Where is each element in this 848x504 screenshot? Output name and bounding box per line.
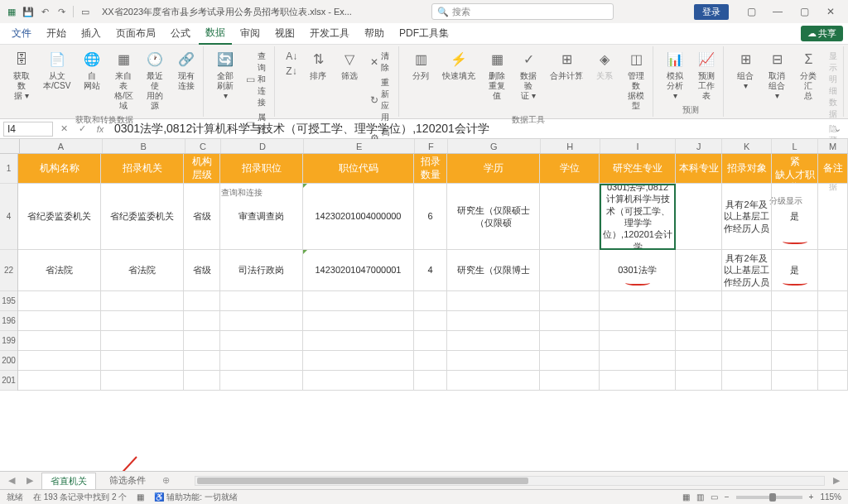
table-cell[interactable] [818,250,848,291]
col-header[interactable]: J [676,139,722,153]
row-header[interactable]: 1 [0,154,17,184]
undo-icon[interactable]: ↶ [38,5,51,18]
filter-button[interactable]: ▽筛选 [336,48,363,83]
data-model-button[interactable]: ◫管理数 据模型 [623,48,649,113]
table-cell[interactable] [184,291,220,311]
table-cell[interactable] [600,351,676,371]
table-header-cell[interactable]: 机构 层级 [184,154,220,184]
table-cell[interactable]: 14230201004000000 [303,184,414,250]
recent-src-button[interactable]: 🕐最近使 用的源 [142,48,168,113]
table-cell[interactable] [540,311,600,331]
table-cell[interactable] [18,311,101,331]
table-header-cell[interactable]: 备注 [818,154,848,184]
col-header[interactable]: H [541,139,600,153]
table-header-cell[interactable]: 本科专业 [676,154,722,184]
scroll-right-icon[interactable]: ▶ [830,475,843,486]
tab-home[interactable]: 开始 [40,23,73,44]
table-cell[interactable]: 具有2年及以上基层工作经历人员 [722,184,772,250]
table-cell[interactable] [676,311,722,331]
table-cell[interactable] [818,184,848,250]
table-cell[interactable] [303,291,414,311]
table-cell[interactable] [414,331,447,351]
col-header[interactable]: E [304,139,415,153]
table-cell[interactable]: 是 [772,184,818,250]
login-button[interactable]: 登录 [694,4,729,20]
table-cell[interactable] [540,250,600,291]
fb-fx-icon[interactable]: fx [93,124,108,134]
refresh-all-button[interactable]: 🔄全部刷新 ▾ [212,48,238,103]
table-cell[interactable] [184,371,220,391]
table-cell[interactable]: 省法院 [18,250,101,291]
tab-view[interactable]: 视图 [268,23,301,44]
row-header[interactable]: 195 [0,291,17,311]
row-header[interactable]: 201 [0,371,17,391]
table-cell[interactable] [101,331,184,351]
get-data-button[interactable]: 🗄获取数 据 ▾ [8,48,35,103]
save-icon[interactable]: 💾 [22,5,35,18]
table-header-cell[interactable]: 职位代码 [303,154,414,184]
sort-desc-button[interactable]: Z↓ [283,65,300,78]
col-header[interactable]: D [221,139,304,153]
table-cell[interactable] [676,331,722,351]
col-header[interactable]: A [20,139,103,153]
table-cell[interactable]: 省法院 [101,250,184,291]
search-input[interactable]: 🔍 搜索 [431,3,614,20]
table-header-cell[interactable]: 招录 数量 [414,154,447,184]
row-header[interactable]: 200 [0,351,17,371]
col-header[interactable]: C [186,139,222,153]
table-cell[interactable] [676,291,722,311]
table-cell[interactable] [722,331,772,351]
sheet-add-icon[interactable]: ⊕ [159,475,173,486]
tab-formula[interactable]: 公式 [164,23,197,44]
table-cell[interactable] [818,351,848,371]
table-cell[interactable]: 研究生（仅限博士 [447,250,540,291]
table-cell[interactable] [540,331,600,351]
table-cell[interactable] [818,311,848,331]
row-header[interactable]: 196 [0,311,17,331]
table-cell[interactable] [184,311,220,331]
table-cell[interactable]: 4 [414,250,447,291]
table-cell[interactable] [600,371,676,391]
table-cell[interactable] [676,371,722,391]
table-cell[interactable] [722,291,772,311]
reapply-button[interactable]: ↻重新应用 [368,76,395,124]
tab-help[interactable]: 帮助 [358,23,391,44]
formula-input[interactable]: 0301法学,0812计算机科学与技术（可授工学、理学学位）,120201会计学 [111,122,826,137]
existing-conn-button[interactable]: 🔗现有 连接 [173,48,200,93]
group-button[interactable]: ⊞组合 ▾ [732,48,759,93]
table-cell[interactable] [540,371,600,391]
tab-review[interactable]: 审阅 [234,23,267,44]
table-cell[interactable] [101,291,184,311]
view-layout-icon[interactable]: ▥ [696,492,704,502]
maximize-icon[interactable]: ▢ [792,3,817,20]
fb-expand-icon[interactable]: ⌄ [830,123,845,134]
table-cell[interactable] [600,291,676,311]
tab-insert[interactable]: 插入 [75,23,108,44]
table-cell[interactable] [220,291,303,311]
table-header-cell[interactable]: 是否党政紧 缺人才职位 [772,154,818,184]
table-header-cell[interactable]: 学历 [447,154,540,184]
zoom-in-icon[interactable]: + [809,492,814,502]
redo-icon[interactable]: ↷ [55,5,68,18]
table-cell[interactable] [447,331,540,351]
share-button[interactable]: ☁共享 [801,26,843,41]
tab-dev[interactable]: 开发工具 [303,23,356,44]
table-cell[interactable] [220,311,303,331]
row-header[interactable]: 4 [0,184,17,250]
sheet-tab-filter[interactable]: 筛选条件 [101,473,154,488]
fb-enter-icon[interactable]: ✓ [75,123,89,134]
sheet-tab-active[interactable]: 省直机关 [41,473,96,489]
flash-fill-button[interactable]: ⚡快速填充 [439,48,479,83]
tab-file[interactable]: 文件 [5,23,38,44]
table-cell[interactable] [18,371,101,391]
table-cell[interactable] [184,331,220,351]
table-cell[interactable] [818,371,848,391]
table-cell[interactable]: 司法行政岗 [220,250,303,291]
sheet-next-icon[interactable]: ▶ [23,475,36,486]
consolidate-button[interactable]: ⊞合并计算 [547,48,586,83]
col-header[interactable]: M [818,139,848,153]
table-cell[interactable] [600,331,676,351]
table-cell[interactable]: 省级 [184,250,220,291]
table-cell[interactable]: 是 [772,250,818,291]
table-cell[interactable] [101,351,184,371]
